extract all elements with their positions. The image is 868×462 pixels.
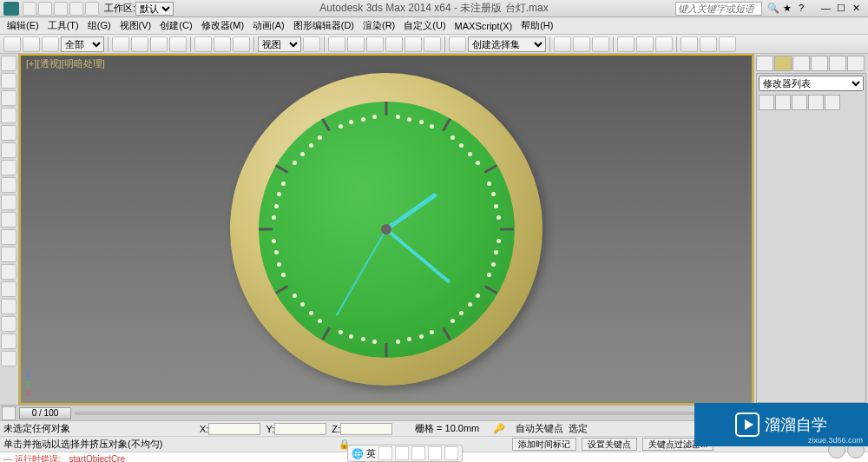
qat-redo-icon[interactable] (85, 2, 99, 16)
display-tab-icon[interactable] (829, 56, 846, 71)
ime-toolbar[interactable]: 🌐 英 (347, 445, 463, 462)
add-time-tag-button[interactable]: 添加时间标记 (512, 438, 576, 451)
menu-tools[interactable]: 工具(T) (44, 19, 82, 32)
ltool-18-icon[interactable] (1, 351, 16, 366)
configure-icon[interactable] (825, 95, 840, 110)
time-config-icon[interactable] (2, 406, 16, 420)
menu-render[interactable]: 渲染(R) (359, 19, 398, 32)
keyboard-shortcut-icon[interactable] (347, 36, 365, 52)
angle-snap-icon[interactable] (385, 36, 403, 52)
qat-open-icon[interactable] (38, 2, 52, 16)
ltool-14-icon[interactable] (1, 281, 16, 297)
ltool-1-icon[interactable] (1, 56, 16, 71)
menu-edit[interactable]: 编辑(E) (3, 19, 43, 32)
create-tab-icon[interactable] (756, 56, 773, 71)
coord-z-input[interactable] (340, 423, 392, 435)
perspective-viewport[interactable]: [+][透视][明暗处理] zyx (19, 54, 753, 405)
close-icon[interactable]: ✕ (852, 3, 865, 15)
edit-named-sel-icon[interactable] (449, 36, 466, 52)
modify-tab-icon[interactable] (774, 56, 792, 71)
menu-help[interactable]: 帮助(H) (517, 19, 556, 32)
redo-icon[interactable] (23, 36, 40, 52)
ime-btn1-icon[interactable] (378, 446, 392, 460)
ltool-2-icon[interactable] (1, 73, 16, 89)
ime-btn2-icon[interactable] (395, 446, 409, 460)
align-icon[interactable] (573, 36, 590, 52)
time-slider-thumb[interactable]: 0 / 100 (19, 407, 71, 419)
ltool-15-icon[interactable] (1, 299, 16, 314)
ime-lang[interactable]: 英 (366, 447, 376, 460)
ltool-17-icon[interactable] (1, 333, 16, 349)
ltool-13-icon[interactable] (1, 264, 16, 280)
show-end-icon[interactable] (775, 95, 791, 110)
pivot-icon[interactable] (303, 36, 320, 52)
select-icon[interactable] (112, 36, 129, 52)
qat-undo-icon[interactable] (69, 2, 83, 16)
undo-icon[interactable] (3, 36, 21, 52)
coord-y-input[interactable] (274, 423, 326, 435)
menu-graph[interactable]: 图形编辑器(D) (290, 19, 358, 32)
coord-x-input[interactable] (208, 423, 260, 435)
link-icon[interactable] (42, 36, 59, 52)
ime-btn5-icon[interactable] (444, 446, 458, 460)
qat-new-icon[interactable] (23, 2, 36, 16)
named-sel-dropdown[interactable]: 创建选择集 (468, 36, 546, 52)
set-key-button[interactable]: 设置关键点 (582, 438, 637, 451)
info-center-icon[interactable]: 🔍 (767, 3, 779, 15)
spinner-snap-icon[interactable] (424, 36, 441, 52)
menu-group[interactable]: 组(G) (84, 19, 115, 32)
workspace-dropdown[interactable]: 默认 (135, 2, 174, 16)
ltool-5-icon[interactable] (1, 125, 16, 141)
ltool-10-icon[interactable] (1, 212, 16, 228)
manipulate-icon[interactable] (328, 36, 345, 52)
ltool-9-icon[interactable] (1, 195, 16, 210)
ltool-16-icon[interactable] (1, 316, 16, 332)
qat-save-icon[interactable] (54, 2, 68, 16)
render-frame-icon[interactable] (700, 36, 717, 52)
ime-globe-icon[interactable]: 🌐 (352, 448, 364, 459)
schematic-icon[interactable] (636, 36, 654, 52)
menu-create[interactable]: 创建(C) (156, 19, 195, 32)
layer-icon[interactable] (592, 36, 609, 52)
minimize-icon[interactable]: — (821, 3, 833, 15)
menu-customize[interactable]: 自定义(U) (400, 19, 449, 32)
ltool-12-icon[interactable] (1, 247, 16, 262)
ime-btn3-icon[interactable] (411, 446, 425, 460)
render-icon[interactable] (719, 36, 736, 52)
mirror-icon[interactable] (554, 36, 571, 52)
render-setup-icon[interactable] (681, 36, 698, 52)
percent-snap-icon[interactable] (404, 36, 422, 52)
window-crossing-icon[interactable] (169, 36, 187, 52)
menu-animation[interactable]: 动画(A) (249, 19, 288, 32)
modifier-list-dropdown[interactable]: 修改器列表 (759, 76, 864, 91)
selected-button[interactable]: 选定 (569, 422, 588, 435)
utilities-tab-icon[interactable] (847, 56, 865, 71)
ime-btn4-icon[interactable] (428, 446, 442, 460)
material-editor-icon[interactable] (655, 36, 673, 52)
hierarchy-tab-icon[interactable] (792, 56, 810, 71)
scale-icon[interactable] (233, 36, 250, 52)
ltool-6-icon[interactable] (1, 142, 16, 158)
viewport-label[interactable]: [+][透视][明暗处理] (26, 57, 105, 70)
snap-icon[interactable] (366, 36, 384, 52)
menu-maxscript[interactable]: MAXScript(X) (451, 21, 516, 31)
maximize-icon[interactable]: ☐ (837, 3, 849, 15)
move-icon[interactable] (194, 36, 212, 52)
selection-filter-dropdown[interactable]: 全部 (61, 36, 104, 52)
remove-mod-icon[interactable] (808, 95, 824, 110)
ltool-3-icon[interactable] (1, 90, 16, 106)
menu-modifiers[interactable]: 修改器(M) (198, 19, 248, 32)
menu-views[interactable]: 视图(V) (116, 19, 155, 32)
rotate-icon[interactable] (214, 36, 231, 52)
make-unique-icon[interactable] (792, 95, 807, 110)
select-rect-icon[interactable] (150, 36, 168, 52)
ltool-4-icon[interactable] (1, 108, 16, 123)
help-icon[interactable]: ? (799, 3, 811, 15)
motion-tab-icon[interactable] (811, 56, 828, 71)
ltool-8-icon[interactable] (1, 177, 16, 193)
select-name-icon[interactable] (131, 36, 148, 52)
help-search-input[interactable] (675, 2, 762, 16)
ltool-7-icon[interactable] (1, 160, 16, 175)
pin-stack-icon[interactable] (759, 95, 774, 110)
ref-coord-dropdown[interactable]: 视图 (258, 36, 301, 52)
